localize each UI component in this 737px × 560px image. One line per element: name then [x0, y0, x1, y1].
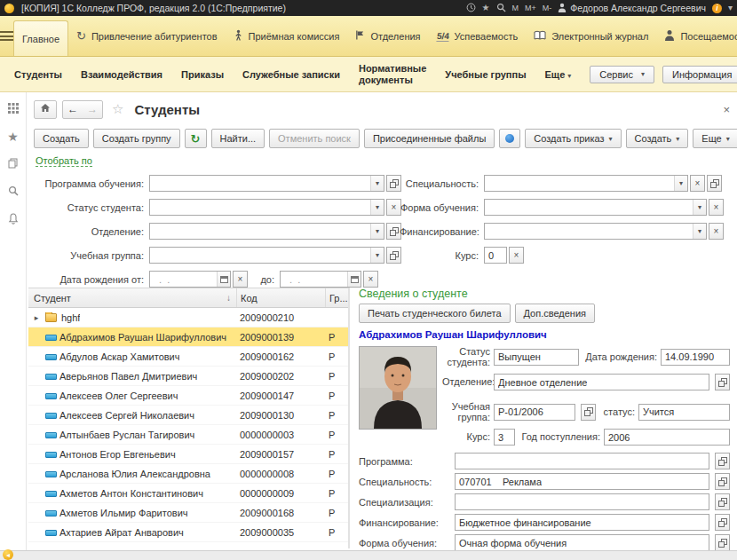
zoom-normal-button[interactable]: M	[512, 4, 519, 12]
choose-button[interactable]	[715, 534, 730, 550]
clear-button[interactable]: ×	[363, 271, 378, 288]
table-row[interactable]: Алтынбаев Руслан Тагирович0000000003Р	[28, 425, 348, 445]
program-filter-input[interactable]: ▾	[149, 175, 384, 192]
specialty-filter-input[interactable]: ▾	[484, 175, 688, 192]
menu-item-memos[interactable]: Служебные записки	[242, 69, 340, 80]
user-menu[interactable]: Федоров Александр Сергеевич	[558, 3, 706, 14]
dropdown-icon[interactable]: ▾	[674, 176, 687, 191]
favorite-star-icon[interactable]: ☆	[112, 101, 123, 117]
table-row[interactable]: Абдулов Аскар Хамитович2009000162Р	[28, 347, 348, 367]
dropdown-icon[interactable]: ▾	[693, 200, 706, 215]
clock-icon[interactable]	[466, 3, 476, 14]
star-icon[interactable]: ★	[482, 4, 490, 12]
information-menu-button[interactable]: Информация▾	[662, 66, 737, 83]
department-input[interactable]: Дневное отделение	[494, 374, 709, 390]
specialty-input[interactable]: 070701 Реклама	[455, 473, 709, 490]
more-button[interactable]: Еще▾	[693, 129, 737, 148]
admission-year-input[interactable]: 2006	[604, 429, 730, 446]
tab-attract-applicants[interactable]: ↻ Привлечение абитуриентов	[68, 16, 226, 56]
search-icon[interactable]	[496, 3, 506, 14]
birthdate-from-input[interactable]: . .	[149, 271, 231, 288]
tab-performance[interactable]: 5/4 Успеваемость	[429, 16, 527, 56]
financing-filter-input[interactable]: ▾	[484, 223, 707, 240]
course-filter-input[interactable]: 0	[484, 247, 507, 264]
clear-button[interactable]: ×	[690, 175, 705, 192]
choose-button[interactable]	[715, 493, 730, 510]
dropdown-icon[interactable]: ▾	[693, 224, 706, 239]
choose-button[interactable]	[715, 514, 730, 531]
course-input[interactable]: 3	[494, 429, 515, 446]
home-button[interactable]	[34, 100, 57, 119]
tab-main[interactable]: Главное	[13, 20, 68, 56]
clear-button[interactable]: ×	[509, 247, 524, 264]
clear-button[interactable]: ×	[233, 271, 248, 288]
blue-circle-button[interactable]	[499, 129, 520, 148]
choose-button[interactable]	[715, 453, 730, 469]
create-menu-button[interactable]: Создать▾	[626, 129, 689, 148]
menu-item-normative-documents[interactable]: Нормативные документы	[359, 63, 426, 85]
birthdate-input[interactable]: 14.09.1990	[661, 349, 730, 366]
create-button[interactable]: Создать	[34, 129, 89, 148]
dropdown-icon[interactable]: ▾	[370, 224, 384, 239]
zoom-in-button[interactable]: M+	[525, 4, 536, 12]
create-group-button[interactable]: Создать группу	[93, 129, 180, 148]
eduform-filter-input[interactable]: ▾	[484, 199, 707, 216]
menu-item-more[interactable]: Еще▾	[545, 69, 572, 80]
eduform-input[interactable]: Очная форма обучения	[455, 534, 709, 550]
table-row[interactable]: Аверьянов Павел Дмитриевич2009000202Р	[28, 367, 348, 386]
status-filter-input[interactable]: ▾	[149, 199, 384, 216]
table-row[interactable]: Антонов Егор Евгеньевич2009000157Р	[28, 445, 348, 464]
attached-files-button[interactable]: Присоединенные файлы	[364, 129, 495, 148]
choose-button[interactable]	[581, 404, 596, 421]
dropdown-icon[interactable]: ▾	[370, 200, 384, 215]
menu-item-students[interactable]: Студенты	[14, 69, 62, 80]
close-icon[interactable]: ×	[723, 103, 730, 116]
table-row[interactable]: Арсланова Юлия Александровна0000000008Р	[28, 464, 348, 484]
find-button[interactable]: Найти...	[211, 129, 265, 148]
tab-admissions[interactable]: Приёмная комиссия	[226, 16, 348, 56]
column-group[interactable]: Гр...	[325, 288, 348, 307]
print-student-card-button[interactable]: Печать студенческого билета	[359, 304, 511, 323]
group-filter-input[interactable]: ▾	[149, 247, 384, 264]
search-icon[interactable]	[8, 185, 19, 198]
clear-button[interactable]: ×	[709, 223, 724, 240]
cancel-search-button[interactable]: Отменить поиск	[269, 129, 360, 148]
service-menu-button[interactable]: Сервис▾	[590, 66, 654, 83]
table-row[interactable]: ▸hghf2009000210	[28, 308, 348, 327]
info-icon[interactable]: i	[712, 4, 722, 13]
forward-button[interactable]: →	[83, 101, 102, 118]
tab-attendance[interactable]: Посещаемость	[656, 16, 737, 56]
notifications-bell-icon[interactable]	[8, 213, 19, 226]
tab-departments[interactable]: Отделения	[347, 16, 428, 56]
expander-icon[interactable]: ▸	[32, 313, 41, 322]
department-filter-input[interactable]: ▾	[149, 223, 384, 240]
table-row[interactable]: Ахметов Ильмир Фаритович2009000168Р	[28, 503, 348, 523]
select-by-link[interactable]: Отобрать по	[36, 155, 92, 167]
column-student[interactable]: Студент↓	[28, 293, 236, 304]
choose-button[interactable]	[715, 473, 730, 490]
bottom-arrow-button[interactable]: ◂	[3, 549, 13, 560]
group-status-input[interactable]: Учится	[638, 404, 730, 421]
menu-item-interactions[interactable]: Взаимодействия	[81, 69, 162, 80]
history-pages-icon[interactable]	[8, 158, 18, 170]
program-input[interactable]	[455, 453, 709, 469]
birthdate-to-input[interactable]: . .	[280, 271, 361, 288]
table-row[interactable]: Ахтариев Айрат Анварович2009000035Р	[28, 523, 348, 542]
zoom-out-button[interactable]: M-	[543, 4, 552, 12]
calendar-button[interactable]	[217, 272, 230, 287]
dropdown-icon[interactable]: ▾	[370, 176, 384, 191]
table-row[interactable]: Алексеев Сергей Николаевич2009000130Р	[28, 406, 348, 425]
choose-button[interactable]	[707, 175, 722, 192]
menu-item-orders[interactable]: Приказы	[181, 69, 224, 80]
additional-info-button[interactable]: Доп.сведения	[515, 304, 596, 323]
back-button[interactable]: ←	[63, 101, 83, 118]
dropdown-icon[interactable]: ▾	[370, 248, 384, 263]
chevron-down-icon[interactable]: ▾	[728, 4, 733, 12]
table-row[interactable]: Ахметов Антон Константинович0000000009Р	[28, 484, 348, 503]
refresh-button[interactable]: ↻	[185, 129, 207, 148]
create-order-button[interactable]: Создать приказ▾	[525, 129, 621, 148]
table-row[interactable]: Абдрахимов Раушан Шарифуллович2009000139…	[28, 327, 348, 347]
tab-electronic-journal[interactable]: Электронный журнал	[526, 16, 656, 56]
main-menu-button[interactable]	[0, 16, 13, 56]
clear-button[interactable]: ×	[709, 199, 724, 216]
